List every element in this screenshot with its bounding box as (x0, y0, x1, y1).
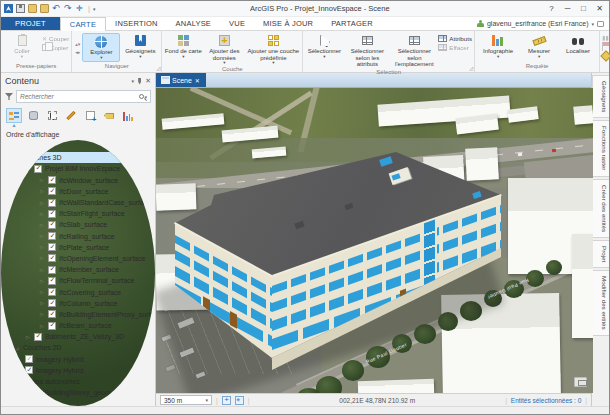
bookmarks-button[interactable]: Géosignets▾ (121, 33, 159, 62)
selected-features-count[interactable]: Entités sélectionnées : 0 (511, 397, 581, 404)
redo-icon[interactable]: ↷ (64, 4, 73, 13)
visibility-checkbox[interactable] (34, 333, 42, 341)
undo-icon[interactable]: ↶ (52, 4, 61, 13)
layer-item[interactable]: ▷IfcBuildingElementProxy_surface (1, 309, 155, 320)
map-scale-combobox[interactable]: 350 m▾ (160, 395, 212, 405)
save-icon[interactable] (16, 4, 25, 13)
visibility-checkbox[interactable] (25, 366, 33, 374)
visibility-checkbox[interactable] (25, 355, 33, 363)
scene-viewport[interactable]: Rue Paul Dautier Rue Paul Dautier (156, 88, 593, 393)
list-by-labeling-button[interactable] (101, 108, 117, 123)
expand-icon[interactable]: ◢ (14, 345, 20, 351)
attributes-button[interactable]: Attributs (438, 35, 472, 42)
expand-icon[interactable]: ◢ (25, 166, 31, 172)
locate-button[interactable]: Localiser (559, 33, 597, 62)
expand-icon[interactable]: ◢ (14, 155, 20, 161)
layer-item[interactable]: ▷IfcSlab_surface (1, 219, 155, 230)
expand-icon[interactable]: ▷ (39, 188, 45, 194)
copy-button[interactable]: Copier (42, 44, 69, 51)
layer-item-batiments[interactable]: ▷Batiments_ZE_Velizy_3D (1, 331, 155, 342)
pane-pin-icon[interactable] (138, 78, 141, 85)
dialog-launcher-icon[interactable]: ◿ (469, 65, 473, 71)
layer-item[interactable]: ▷IfcPlate_surface (1, 242, 155, 253)
visibility-checkbox[interactable] (48, 199, 56, 207)
visibility-checkbox[interactable] (34, 165, 42, 173)
add-data-button[interactable]: Ajouter des données▾ (203, 33, 245, 65)
select-button[interactable]: Sélectionner▾ (305, 33, 343, 68)
list-by-charts-button[interactable] (120, 108, 136, 123)
expand-icon[interactable]: ▷ (39, 200, 45, 206)
expand-icon[interactable]: ▷ (39, 323, 45, 329)
account-area[interactable]: glavenu_esrifrance (Esri France) ▾ (477, 17, 609, 30)
expand-icon[interactable]: ▷ (25, 334, 31, 340)
layer-item[interactable]: ▷IfcOpeningElement_surface (1, 253, 155, 264)
tree-item-couches-2d[interactable]: ◢Couches 2D (1, 342, 155, 353)
tree-item-scene[interactable]: ◢Scene (1, 141, 155, 152)
list-by-drawing-order-button[interactable] (6, 108, 22, 123)
search-box[interactable]: ▾ (16, 90, 151, 103)
expand-icon[interactable]: ▷ (39, 255, 45, 261)
notifications-icon[interactable] (597, 21, 604, 27)
dock-tab-modifier-entites[interactable]: Modifier des entités (592, 270, 609, 336)
layer-item-imagery-2[interactable]: Imagery Hybrid (1, 365, 155, 376)
layer-item[interactable]: ▷IfcRailing_surface (1, 231, 155, 242)
expand-icon[interactable]: ◢ (14, 379, 20, 385)
expand-icon[interactable]: ◢ (5, 144, 11, 150)
search-icon[interactable] (139, 94, 144, 99)
dock-tab-geosignets[interactable]: Géosignets (592, 75, 609, 118)
tab-partager[interactable]: PARTAGER (322, 17, 382, 30)
open-project-icon[interactable] (28, 4, 37, 13)
layer-item[interactable]: ▷IfcWindow_surface (1, 175, 155, 186)
layer-item[interactable]: ▷IfcDoor_surface (1, 186, 155, 197)
visibility-checkbox[interactable] (48, 243, 56, 251)
expand-icon[interactable]: ▷ (39, 177, 45, 183)
visibility-checkbox[interactable] (48, 232, 56, 240)
view-tab-scene[interactable]: Scene ✕ (156, 73, 206, 87)
expand-icon[interactable]: ▷ (39, 289, 45, 295)
measure-button[interactable]: Mesurer▾ (520, 33, 558, 62)
expand-icon[interactable]: ▷ (39, 311, 45, 317)
add-folder-icon[interactable] (40, 4, 49, 13)
layer-item[interactable]: ▷IfcMember_surface (1, 264, 155, 275)
search-input[interactable] (20, 93, 139, 100)
pane-menu-icon[interactable]: ▾ (132, 78, 135, 84)
tab-projet[interactable]: PROJET (1, 17, 60, 30)
visibility-checkbox[interactable] (48, 322, 56, 330)
tab-insertion[interactable]: INSERTION (106, 17, 167, 30)
snap-mode-icon[interactable] (235, 396, 244, 405)
visibility-checkbox[interactable] (48, 299, 56, 307)
visibility-checkbox[interactable] (48, 288, 56, 296)
dock-tab-fonctions-raster[interactable]: Fonctions raster (592, 120, 609, 176)
tab-analyse[interactable]: ANALYSE (167, 17, 220, 30)
explore-button[interactable]: Explorer▾ (82, 33, 120, 62)
tab-vue[interactable]: VUE (220, 17, 254, 30)
select-by-location-button[interactable]: Sélectionner selon l'emplacement (391, 33, 437, 68)
expand-icon[interactable]: ▷ (39, 278, 45, 284)
layer-item-imagery-1[interactable]: Imagery Hybrid (1, 354, 155, 365)
clear-selection-button[interactable]: Effacer (438, 44, 472, 51)
add-preset-button[interactable]: Ajouter une couche prédéfinie▾ (246, 33, 300, 65)
visibility-checkbox[interactable] (48, 277, 56, 285)
on-screen-navigator-icon[interactable] (574, 377, 587, 387)
layer-item[interactable]: ▷IfcBeam_surface (1, 320, 155, 331)
visibility-checkbox[interactable] (48, 254, 56, 262)
pause-labels-button[interactable]: Pause (602, 34, 610, 41)
tree-item-projet-bim[interactable]: ◢Projet BIM InnovEspace (1, 163, 155, 174)
tree-item-tables[interactable]: ◢Tables autonomes (1, 376, 155, 387)
visibility-checkbox[interactable] (48, 210, 56, 218)
dialog-launcher-icon[interactable]: ◿ (157, 65, 161, 71)
visibility-checkbox[interactable] (48, 266, 56, 274)
tab-mise-a-jour[interactable]: MISE À JOUR (254, 17, 322, 30)
visibility-checkbox[interactable] (48, 176, 56, 184)
cut-button[interactable]: Couper (42, 35, 69, 42)
close-icon[interactable]: ✕ (592, 4, 607, 13)
expand-icon[interactable]: ▷ (39, 267, 45, 273)
navigation-mini-controls[interactable]: ▴▾◂▸ (74, 33, 81, 62)
dock-tab-projet[interactable]: Projet (592, 240, 609, 268)
account-caret-icon[interactable]: ▾ (591, 21, 594, 27)
select-by-attributes-button[interactable]: Sélectionner selon les attributs (344, 33, 390, 68)
list-by-selection-button[interactable] (44, 108, 60, 123)
visibility-checkbox[interactable] (48, 187, 56, 195)
explore-tool-icon[interactable]: ✛ (76, 4, 85, 13)
expand-icon[interactable]: ▷ (39, 300, 45, 306)
